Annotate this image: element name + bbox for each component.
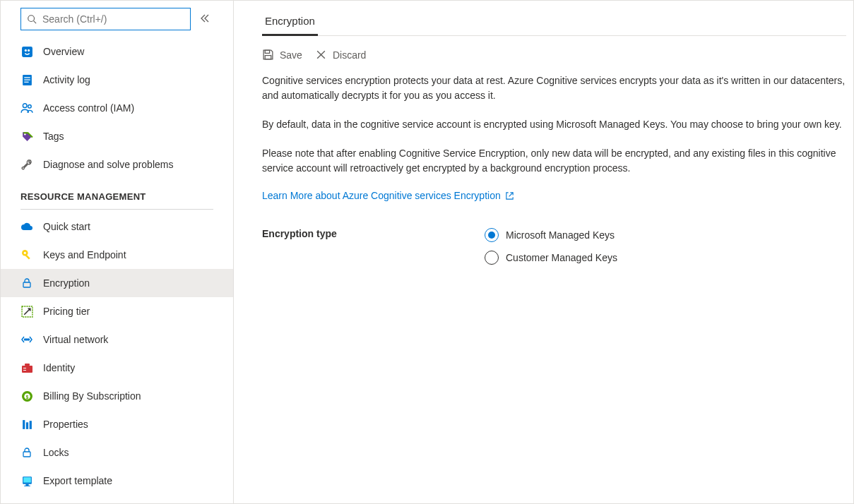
svg-rect-28: [25, 422, 28, 429]
encryption-type-radio-group: Microsoft Managed Keys Customer Managed …: [485, 228, 617, 265]
sidebar-item-encryption[interactable]: Encryption: [1, 269, 233, 297]
description-paragraph-2: By default, data in the cognitive servic…: [262, 117, 846, 132]
radio-microsoft-managed-keys[interactable]: Microsoft Managed Keys: [485, 228, 617, 242]
nav-scroll[interactable]: Overview Activity log Access control (IA…: [1, 37, 233, 503]
svg-rect-27: [23, 420, 25, 429]
svg-point-0: [28, 16, 35, 22]
sidebar-item-tags[interactable]: Tags: [1, 122, 233, 150]
sidebar-item-label: Keys and Endpoint: [43, 249, 126, 260]
cloud-icon: [20, 220, 33, 233]
save-icon: [262, 49, 274, 61]
sidebar-item-label: Encryption: [43, 277, 90, 289]
svg-point-10: [28, 105, 32, 109]
sidebar-item-quick-start[interactable]: Quick start: [1, 212, 233, 241]
svg-point-3: [24, 49, 26, 51]
sidebar-item-label: Tags: [43, 131, 64, 142]
sidebar-item-locks[interactable]: Locks: [1, 438, 233, 467]
tags-icon: [20, 130, 33, 143]
sidebar-item-label: Virtual network: [43, 334, 108, 345]
sidebar-item-access-control[interactable]: Access control (IAM): [1, 94, 233, 122]
svg-rect-15: [23, 282, 30, 287]
sidebar-item-label: Diagnose and solve problems: [43, 159, 173, 170]
svg-rect-34: [24, 485, 30, 486]
description-paragraph-1: Cognitive services encryption protects y…: [262, 73, 846, 103]
wrench-icon: [20, 158, 33, 171]
svg-rect-35: [265, 50, 269, 53]
svg-rect-23: [23, 370, 26, 371]
radio-customer-managed-keys[interactable]: Customer Managed Keys: [485, 251, 617, 265]
tab-encryption[interactable]: Encryption: [262, 8, 318, 36]
chevron-double-left-icon: [199, 13, 210, 24]
search-box[interactable]: [20, 8, 191, 30]
svg-line-39: [509, 192, 513, 196]
discard-label: Discard: [333, 49, 366, 61]
sidebar: Overview Activity log Access control (IA…: [1, 1, 234, 503]
sidebar-item-label: Export template: [43, 475, 112, 486]
svg-rect-20: [22, 366, 32, 373]
sidebar-item-identity[interactable]: Identity: [1, 354, 233, 382]
activity-log-icon: [20, 73, 33, 86]
access-control-icon: [20, 102, 33, 114]
sidebar-item-export-template[interactable]: Export template: [1, 467, 233, 495]
svg-rect-21: [25, 364, 30, 366]
sidebar-item-pricing-tier[interactable]: Pricing tier: [1, 297, 233, 325]
billing-icon: $: [20, 390, 33, 402]
description-paragraph-3: Please note that after enabling Cognitiv…: [262, 146, 846, 176]
search-icon: [27, 14, 37, 24]
svg-point-18: [25, 339, 26, 340]
sidebar-item-label: Access control (IAM): [43, 102, 134, 114]
learn-more-link[interactable]: Learn More about Azure Cognitive service…: [262, 190, 514, 201]
overview-icon: [20, 45, 33, 58]
svg-line-1: [34, 21, 37, 24]
external-link-icon: [505, 191, 514, 200]
pricing-tier-icon: [20, 305, 33, 318]
radio-label: Customer Managed Keys: [506, 252, 617, 263]
svg-point-11: [24, 133, 26, 136]
sidebar-item-label: Pricing tier: [43, 306, 90, 317]
properties-icon: [20, 418, 33, 431]
section-divider: [20, 209, 213, 210]
sidebar-item-overview[interactable]: Overview: [1, 37, 233, 66]
svg-rect-6: [24, 77, 30, 78]
svg-text:$: $: [25, 394, 28, 400]
svg-rect-33: [25, 484, 28, 485]
main-content: Encryption Save Discard Cognitive servic…: [234, 1, 853, 503]
sidebar-item-virtual-network[interactable]: Virtual network: [1, 325, 233, 354]
discard-icon: [315, 49, 327, 61]
radio-circle: [485, 251, 499, 265]
encryption-type-row: Encryption type Microsoft Managed Keys C…: [262, 228, 846, 265]
discard-button[interactable]: Discard: [315, 49, 366, 61]
svg-rect-22: [23, 368, 26, 368]
sidebar-item-label: Billing By Subscription: [43, 390, 141, 402]
sidebar-item-keys-endpoint[interactable]: Keys and Endpoint: [1, 241, 233, 269]
collapse-sidebar-button[interactable]: [196, 10, 213, 29]
sidebar-item-label: Activity log: [43, 74, 90, 85]
svg-rect-14: [25, 254, 30, 259]
svg-rect-8: [24, 81, 28, 82]
tab-bar: Encryption: [262, 8, 846, 36]
svg-point-9: [23, 104, 27, 108]
svg-rect-7: [24, 79, 30, 80]
svg-point-4: [28, 49, 30, 51]
sidebar-item-activity-log[interactable]: Activity log: [1, 66, 233, 94]
svg-point-13: [23, 251, 25, 253]
svg-rect-30: [23, 452, 30, 457]
svg-point-17: [26, 339, 28, 340]
sidebar-item-label: Properties: [43, 419, 88, 430]
lock-icon: [20, 277, 33, 289]
svg-rect-2: [22, 47, 32, 57]
save-button[interactable]: Save: [262, 49, 302, 61]
sidebar-item-properties[interactable]: Properties: [1, 410, 233, 438]
key-icon: [20, 248, 33, 261]
search-input[interactable]: [42, 13, 184, 25]
search-wrap: [1, 1, 233, 37]
sidebar-item-billing[interactable]: $ Billing By Subscription: [1, 382, 233, 410]
sidebar-item-label: Overview: [43, 46, 84, 57]
identity-icon: [20, 361, 33, 374]
svg-rect-29: [29, 421, 31, 429]
svg-rect-36: [265, 56, 271, 59]
save-label: Save: [280, 49, 302, 61]
sidebar-item-label: Identity: [43, 362, 75, 373]
sidebar-item-diagnose[interactable]: Diagnose and solve problems: [1, 150, 233, 179]
radio-label: Microsoft Managed Keys: [506, 229, 615, 241]
